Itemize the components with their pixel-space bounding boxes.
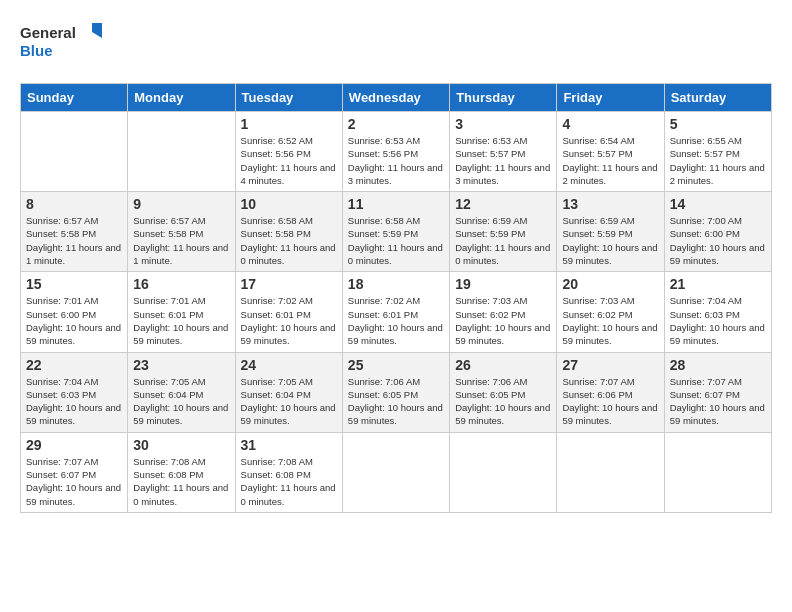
day-info: Sunrise: 7:02 AM Sunset: 6:01 PM Dayligh…	[241, 294, 337, 347]
day-number: 20	[562, 276, 658, 292]
day-info: Sunrise: 7:07 AM Sunset: 6:06 PM Dayligh…	[562, 375, 658, 428]
day-info: Sunrise: 6:58 AM Sunset: 5:58 PM Dayligh…	[241, 214, 337, 267]
day-info: Sunrise: 7:08 AM Sunset: 6:08 PM Dayligh…	[241, 455, 337, 508]
weekday-header-sunday: Sunday	[21, 84, 128, 112]
day-info: Sunrise: 6:53 AM Sunset: 5:56 PM Dayligh…	[348, 134, 444, 187]
calendar-cell	[557, 432, 664, 512]
calendar-cell: 17Sunrise: 7:02 AM Sunset: 6:01 PM Dayli…	[235, 272, 342, 352]
calendar-cell: 16Sunrise: 7:01 AM Sunset: 6:01 PM Dayli…	[128, 272, 235, 352]
calendar-week-4: 22Sunrise: 7:04 AM Sunset: 6:03 PM Dayli…	[21, 352, 772, 432]
day-info: Sunrise: 7:01 AM Sunset: 6:00 PM Dayligh…	[26, 294, 122, 347]
calendar-cell: 12Sunrise: 6:59 AM Sunset: 5:59 PM Dayli…	[450, 192, 557, 272]
calendar-week-2: 8Sunrise: 6:57 AM Sunset: 5:58 PM Daylig…	[21, 192, 772, 272]
day-info: Sunrise: 6:54 AM Sunset: 5:57 PM Dayligh…	[562, 134, 658, 187]
calendar-cell: 4Sunrise: 6:54 AM Sunset: 5:57 PM Daylig…	[557, 112, 664, 192]
day-info: Sunrise: 6:59 AM Sunset: 5:59 PM Dayligh…	[562, 214, 658, 267]
day-number: 17	[241, 276, 337, 292]
page-header: General Blue	[20, 20, 772, 68]
day-number: 23	[133, 357, 229, 373]
day-number: 3	[455, 116, 551, 132]
calendar-cell: 30Sunrise: 7:08 AM Sunset: 6:08 PM Dayli…	[128, 432, 235, 512]
calendar-cell	[450, 432, 557, 512]
calendar-cell: 9Sunrise: 6:57 AM Sunset: 5:58 PM Daylig…	[128, 192, 235, 272]
day-info: Sunrise: 7:05 AM Sunset: 6:04 PM Dayligh…	[241, 375, 337, 428]
day-number: 28	[670, 357, 766, 373]
calendar-cell	[664, 432, 771, 512]
day-info: Sunrise: 7:08 AM Sunset: 6:08 PM Dayligh…	[133, 455, 229, 508]
day-number: 4	[562, 116, 658, 132]
day-number: 21	[670, 276, 766, 292]
day-number: 5	[670, 116, 766, 132]
day-number: 1	[241, 116, 337, 132]
svg-text:Blue: Blue	[20, 42, 53, 59]
day-number: 24	[241, 357, 337, 373]
weekday-header-friday: Friday	[557, 84, 664, 112]
day-info: Sunrise: 7:05 AM Sunset: 6:04 PM Dayligh…	[133, 375, 229, 428]
calendar-cell: 27Sunrise: 7:07 AM Sunset: 6:06 PM Dayli…	[557, 352, 664, 432]
calendar-cell: 19Sunrise: 7:03 AM Sunset: 6:02 PM Dayli…	[450, 272, 557, 352]
day-number: 31	[241, 437, 337, 453]
calendar-cell: 21Sunrise: 7:04 AM Sunset: 6:03 PM Dayli…	[664, 272, 771, 352]
day-info: Sunrise: 6:59 AM Sunset: 5:59 PM Dayligh…	[455, 214, 551, 267]
calendar-cell	[128, 112, 235, 192]
day-info: Sunrise: 6:55 AM Sunset: 5:57 PM Dayligh…	[670, 134, 766, 187]
weekday-header-thursday: Thursday	[450, 84, 557, 112]
calendar-cell	[21, 112, 128, 192]
calendar-cell: 14Sunrise: 7:00 AM Sunset: 6:00 PM Dayli…	[664, 192, 771, 272]
calendar-cell: 18Sunrise: 7:02 AM Sunset: 6:01 PM Dayli…	[342, 272, 449, 352]
weekday-header-wednesday: Wednesday	[342, 84, 449, 112]
day-number: 25	[348, 357, 444, 373]
calendar-cell: 29Sunrise: 7:07 AM Sunset: 6:07 PM Dayli…	[21, 432, 128, 512]
day-info: Sunrise: 7:06 AM Sunset: 6:05 PM Dayligh…	[348, 375, 444, 428]
calendar-cell: 25Sunrise: 7:06 AM Sunset: 6:05 PM Dayli…	[342, 352, 449, 432]
day-info: Sunrise: 7:07 AM Sunset: 6:07 PM Dayligh…	[670, 375, 766, 428]
day-number: 13	[562, 196, 658, 212]
calendar-cell: 5Sunrise: 6:55 AM Sunset: 5:57 PM Daylig…	[664, 112, 771, 192]
day-number: 30	[133, 437, 229, 453]
calendar-cell	[342, 432, 449, 512]
day-number: 8	[26, 196, 122, 212]
day-info: Sunrise: 6:58 AM Sunset: 5:59 PM Dayligh…	[348, 214, 444, 267]
calendar-cell: 15Sunrise: 7:01 AM Sunset: 6:00 PM Dayli…	[21, 272, 128, 352]
day-info: Sunrise: 6:57 AM Sunset: 5:58 PM Dayligh…	[133, 214, 229, 267]
calendar-week-1: 1Sunrise: 6:52 AM Sunset: 5:56 PM Daylig…	[21, 112, 772, 192]
calendar-cell: 2Sunrise: 6:53 AM Sunset: 5:56 PM Daylig…	[342, 112, 449, 192]
logo: General Blue	[20, 20, 105, 68]
calendar-cell: 28Sunrise: 7:07 AM Sunset: 6:07 PM Dayli…	[664, 352, 771, 432]
day-info: Sunrise: 7:07 AM Sunset: 6:07 PM Dayligh…	[26, 455, 122, 508]
calendar-cell: 23Sunrise: 7:05 AM Sunset: 6:04 PM Dayli…	[128, 352, 235, 432]
day-number: 11	[348, 196, 444, 212]
calendar-cell: 20Sunrise: 7:03 AM Sunset: 6:02 PM Dayli…	[557, 272, 664, 352]
day-number: 18	[348, 276, 444, 292]
calendar-cell: 11Sunrise: 6:58 AM Sunset: 5:59 PM Dayli…	[342, 192, 449, 272]
day-number: 26	[455, 357, 551, 373]
calendar-cell: 22Sunrise: 7:04 AM Sunset: 6:03 PM Dayli…	[21, 352, 128, 432]
logo-svg: General Blue	[20, 20, 105, 68]
day-number: 10	[241, 196, 337, 212]
day-info: Sunrise: 6:57 AM Sunset: 5:58 PM Dayligh…	[26, 214, 122, 267]
day-info: Sunrise: 7:06 AM Sunset: 6:05 PM Dayligh…	[455, 375, 551, 428]
day-number: 9	[133, 196, 229, 212]
day-number: 19	[455, 276, 551, 292]
day-info: Sunrise: 7:04 AM Sunset: 6:03 PM Dayligh…	[26, 375, 122, 428]
day-number: 15	[26, 276, 122, 292]
weekday-header-monday: Monday	[128, 84, 235, 112]
svg-marker-1	[92, 23, 102, 38]
day-info: Sunrise: 7:02 AM Sunset: 6:01 PM Dayligh…	[348, 294, 444, 347]
calendar-cell: 31Sunrise: 7:08 AM Sunset: 6:08 PM Dayli…	[235, 432, 342, 512]
day-number: 2	[348, 116, 444, 132]
calendar-header-row: SundayMondayTuesdayWednesdayThursdayFrid…	[21, 84, 772, 112]
day-info: Sunrise: 7:00 AM Sunset: 6:00 PM Dayligh…	[670, 214, 766, 267]
calendar-cell: 24Sunrise: 7:05 AM Sunset: 6:04 PM Dayli…	[235, 352, 342, 432]
calendar-body: 1Sunrise: 6:52 AM Sunset: 5:56 PM Daylig…	[21, 112, 772, 513]
day-info: Sunrise: 7:04 AM Sunset: 6:03 PM Dayligh…	[670, 294, 766, 347]
day-info: Sunrise: 6:52 AM Sunset: 5:56 PM Dayligh…	[241, 134, 337, 187]
day-number: 12	[455, 196, 551, 212]
day-number: 27	[562, 357, 658, 373]
calendar-cell: 3Sunrise: 6:53 AM Sunset: 5:57 PM Daylig…	[450, 112, 557, 192]
calendar-week-3: 15Sunrise: 7:01 AM Sunset: 6:00 PM Dayli…	[21, 272, 772, 352]
svg-text:General: General	[20, 24, 76, 41]
day-number: 16	[133, 276, 229, 292]
day-number: 22	[26, 357, 122, 373]
calendar-cell: 8Sunrise: 6:57 AM Sunset: 5:58 PM Daylig…	[21, 192, 128, 272]
